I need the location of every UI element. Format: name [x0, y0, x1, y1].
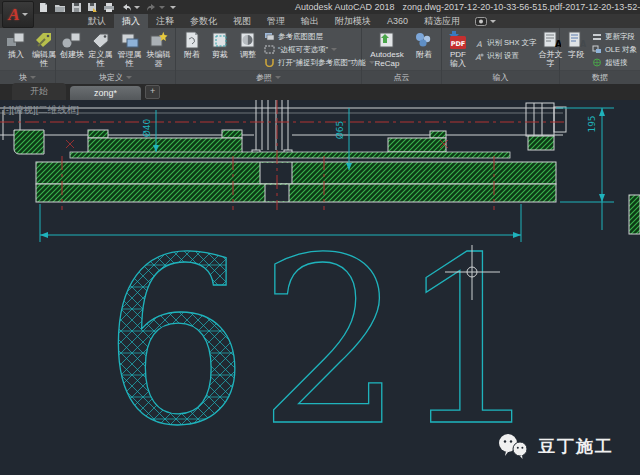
tab-view[interactable]: 视图 — [225, 14, 259, 28]
panel-block-definition: 创建块 定义属性 管理属性 块编辑器 块定义 — [56, 28, 176, 84]
plot-button[interactable] — [103, 2, 115, 13]
hyperlink-button[interactable]: 超链接 — [592, 57, 637, 69]
recognition-settings-label: 识别 设置 — [487, 51, 519, 61]
ole-object-button[interactable]: OLE 对象 — [592, 44, 637, 56]
panel-reference-title: 参照 — [256, 72, 272, 83]
recognition-settings-icon: A — [474, 52, 484, 61]
printer-icon — [103, 2, 115, 13]
panel-import-label[interactable]: 输入 — [442, 70, 559, 84]
tab-output[interactable]: 输出 — [293, 14, 327, 28]
panel-block-definition-label[interactable]: 块定义 — [56, 70, 175, 84]
manage-attributes-button[interactable]: 管理属性 — [115, 29, 144, 70]
clip-icon — [210, 30, 230, 50]
new-file-button[interactable] — [38, 2, 49, 13]
new-drawing-tab-button[interactable]: + — [145, 85, 160, 99]
tab-annotate[interactable]: 注释 — [148, 14, 182, 28]
underlay-layers-button[interactable]: 参考底图图层 — [264, 31, 375, 43]
manage-attributes-icon — [119, 30, 141, 50]
watermark-text: 豆丁施工 — [538, 435, 614, 458]
insert-block-button[interactable]: 插入 — [2, 29, 30, 70]
field-icon: A — [565, 30, 587, 50]
tab-default[interactable]: 默认 — [80, 14, 114, 28]
tab-insert[interactable]: 插入 — [114, 14, 148, 28]
document-title: zong.dwg-2017-12-20-10-33-56-515.pdf-201… — [403, 2, 640, 12]
tab-addins[interactable]: 附加模块 — [327, 14, 379, 28]
redo-button[interactable] — [145, 2, 165, 13]
panel-data: A 字段 更新字段 OLE 对象 超链接 数据 — [560, 28, 640, 84]
quick-access-toolbar — [38, 2, 176, 13]
panel-import-title: 输入 — [493, 72, 509, 83]
edit-attributes-label: 编辑属性 — [31, 51, 57, 69]
pdf-badge-text: PDF — [451, 40, 466, 48]
tab-a360[interactable]: A360 — [379, 14, 416, 28]
dim-dia65-text: Ø65 — [335, 121, 345, 140]
save-button[interactable] — [71, 2, 82, 13]
clip-button[interactable]: 剪裁 — [206, 29, 234, 70]
manage-attributes-label: 管理属性 — [116, 51, 143, 69]
open-file-button[interactable] — [54, 2, 66, 13]
panel-point-cloud-label[interactable]: 点云 — [362, 70, 441, 84]
attach-icon — [182, 30, 202, 50]
save-as-button[interactable] — [87, 2, 98, 13]
qat-customize-icon[interactable] — [170, 6, 176, 9]
define-attributes-button[interactable]: 定义属性 — [86, 29, 115, 70]
attach-label: 附着 — [184, 51, 200, 60]
recap-button[interactable]: Autodesk ReCap — [364, 29, 410, 70]
attach-button[interactable]: 附着 — [178, 29, 206, 70]
block-editor-icon — [148, 30, 170, 50]
field-button[interactable]: A 字段 — [562, 29, 590, 70]
recap-label: Autodesk ReCap — [369, 51, 405, 69]
panel-data-label[interactable]: 数据 — [560, 70, 640, 84]
recognize-shx-button[interactable]: A 识别 SHX 文字 — [474, 37, 537, 49]
file-tab-start[interactable]: 开始 — [12, 83, 66, 100]
create-block-button[interactable]: 创建块 — [58, 29, 86, 70]
panel-reference: 附着 剪裁 调整 参考底图图层 “边框可变选项” — [176, 28, 362, 84]
layers-icon — [264, 32, 275, 41]
cad-drawing: Ø40 Ø65 195 6 2 1 — [0, 100, 640, 475]
panel-reference-label[interactable]: 参照 — [176, 70, 361, 84]
panel-block-title: 块 — [19, 72, 27, 83]
bolt-section — [252, 100, 292, 157]
frame-option-label: “边框可变选项” — [278, 45, 328, 55]
snap-to-underlay-button[interactable]: 打开“捕捉到参考底图”功能 — [264, 57, 375, 69]
field-label: 字段 — [568, 51, 584, 60]
block-editor-button[interactable]: 块编辑器 — [144, 29, 173, 70]
hyperlink-icon — [592, 58, 602, 67]
update-fields-label: 更新字段 — [605, 32, 635, 42]
performance-recorder-button[interactable] — [468, 14, 503, 28]
define-attributes-label: 定义属性 — [87, 51, 114, 69]
tab-parametric[interactable]: 参数化 — [182, 14, 225, 28]
panel-block-label[interactable]: 块 — [0, 70, 55, 84]
recognize-shx-label: 识别 SHX 文字 — [487, 38, 537, 48]
edit-attributes-button[interactable]: 编辑属性 — [30, 29, 58, 70]
adjust-button[interactable]: 调整 — [234, 29, 262, 70]
frame-option-button[interactable]: “边框可变选项” — [264, 44, 375, 56]
file-tab-bar: 开始 zong* + — [0, 84, 640, 100]
recognition-settings-button[interactable]: A 识别 设置 — [474, 50, 537, 62]
digit-6: 6 — [103, 209, 249, 475]
model-space-canvas[interactable]: [-][俯视][二维线框] — [0, 100, 640, 475]
new-file-icon — [38, 2, 49, 13]
panel-block-definition-title: 块定义 — [99, 72, 123, 83]
redo-dropdown-icon[interactable] — [159, 6, 165, 9]
title-bar: Autodesk AutoCAD 2018 zong.dwg-2017-12-2… — [0, 0, 640, 14]
point-cloud-attach-button[interactable]: 附着 — [410, 29, 438, 70]
panel-import: PDF PDF 输入 A 识别 SHX 文字 A 识别 设置 A 合并文字 输入 — [442, 28, 560, 84]
pdf-import-button[interactable]: PDF PDF 输入 — [444, 29, 472, 70]
update-fields-button[interactable]: 更新字段 — [592, 31, 637, 43]
app-menu-caret-icon — [22, 13, 28, 16]
adjust-label: 调整 — [240, 51, 256, 60]
undo-dropdown-icon[interactable] — [134, 6, 140, 9]
undo-button[interactable] — [120, 2, 140, 13]
tab-featured-apps[interactable]: 精选应用 — [416, 14, 468, 28]
application-menu-button[interactable]: A — [2, 1, 34, 28]
dim-621-text: 6 2 1 — [103, 209, 544, 475]
tab-manage[interactable]: 管理 — [259, 14, 293, 28]
frame-icon — [264, 45, 275, 54]
file-tab-zong[interactable]: zong* — [70, 86, 141, 100]
viewport-controls[interactable]: [-][俯视][二维线框] — [3, 104, 79, 117]
record-icon — [475, 17, 487, 26]
pdf-import-label: PDF 输入 — [445, 51, 471, 69]
digit-2: 2 — [258, 209, 404, 475]
panel-block-caret-icon — [30, 76, 36, 79]
